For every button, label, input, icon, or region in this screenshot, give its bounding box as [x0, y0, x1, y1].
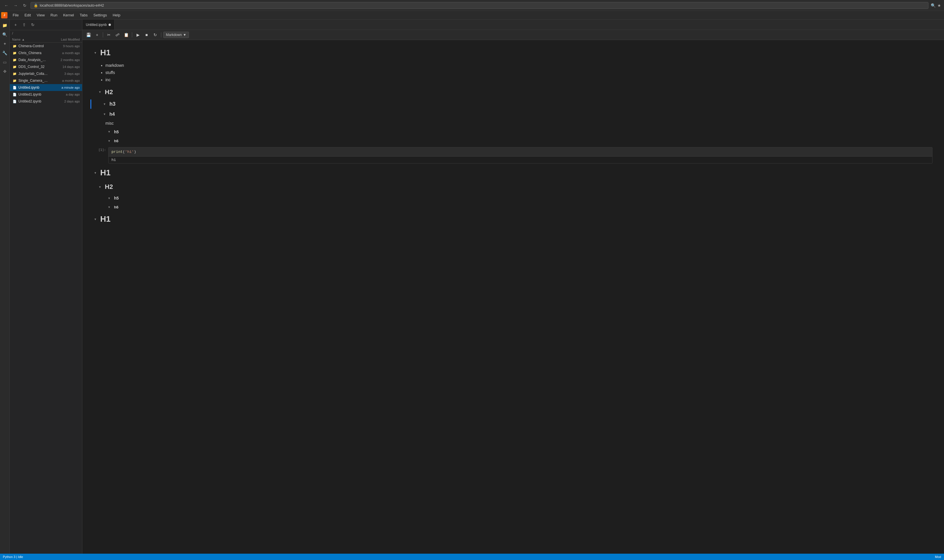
file-modified: 14 days ago	[48, 65, 80, 69]
back-button[interactable]: ←	[3, 2, 10, 9]
file-item[interactable]: 📁Chimera-Control9 hours ago	[10, 43, 82, 49]
notebook-icon: 📄	[12, 92, 17, 97]
file-item[interactable]: 📄Untitled.ipynba minute ago	[10, 84, 82, 91]
file-name: Chimera-Control	[18, 44, 48, 48]
sidebar-icon-git[interactable]: ✦	[1, 40, 9, 48]
forward-button[interactable]: →	[12, 2, 19, 9]
menu-tabs[interactable]: Tabs	[77, 12, 91, 18]
cell-container: [1]:print('hi')hi	[94, 146, 932, 165]
file-list: 📁Chimera-Control9 hours ago📁Chris_Chimer…	[10, 43, 82, 554]
url-bar[interactable]: 🔒 localhost:8888/lab/workspaces/auto-e#H…	[31, 2, 929, 9]
restart-button[interactable]: ↻	[151, 31, 159, 38]
notebook-tab[interactable]: Untitled.ipynb	[82, 20, 115, 30]
bookmark-icon[interactable]: ★	[937, 3, 941, 8]
file-item[interactable]: 📁Jupyterlab_Collapsi...3 days ago	[10, 70, 82, 77]
file-item[interactable]: 📁Single_Camera_Co...a month ago	[10, 77, 82, 84]
notebook-content[interactable]: ▼H1markdownstuffsinc▼H2▼h3▼h4misc▼h5▼h6[…	[82, 40, 944, 554]
sidebar-icon-files[interactable]: 📁	[1, 21, 9, 29]
heading-5: ▼h5	[94, 128, 932, 136]
heading-2: ▼H2	[94, 181, 932, 193]
code-plain: (	[123, 150, 125, 154]
folder-icon: 📁	[12, 64, 17, 69]
sort-icon: ▲	[22, 38, 25, 41]
tab-bar: Untitled.ipynb	[82, 20, 944, 30]
file-modified: 2 days ago	[48, 100, 80, 103]
collapse-arrow-icon[interactable]: ▼	[108, 139, 112, 143]
folder-icon: 📁	[12, 51, 17, 55]
menu-run[interactable]: Run	[48, 12, 60, 18]
code-cell-content[interactable]: print('hi')hi	[108, 147, 932, 164]
sidebar-icon-tools[interactable]: 🔧	[1, 49, 9, 57]
toolbar-sep-2	[132, 32, 132, 37]
heading-2: ▼H2	[94, 86, 932, 98]
search-icon[interactable]: 🔍	[931, 3, 936, 8]
code-input[interactable]: print('hi')	[109, 148, 932, 157]
collapse-arrow-icon[interactable]: ▼	[108, 130, 112, 133]
heading-text: H1	[100, 48, 111, 57]
file-item[interactable]: 📁Chris_Chimeraa month ago	[10, 49, 82, 57]
upload-button[interactable]: ⇧	[21, 21, 28, 28]
main-area: 📁 🔍 ✦ 🔧 ▭ ✥ + ⇧ ↻ / Name ▲ Last Modified	[0, 20, 944, 554]
refresh-files-button[interactable]: ↻	[29, 21, 36, 28]
paste-button[interactable]: 📋	[122, 31, 130, 38]
menu-kernel[interactable]: Kernel	[60, 12, 77, 18]
heading-text: h5	[114, 129, 119, 134]
collapse-arrow-icon[interactable]: ▼	[108, 197, 112, 200]
folder-icon: 📁	[12, 57, 17, 63]
copy-button[interactable]: ☍	[114, 31, 121, 38]
collapse-arrow-icon[interactable]: ▼	[94, 171, 98, 174]
file-name: Untitled1.ipynb	[18, 92, 48, 97]
run-button[interactable]: ▶	[134, 31, 142, 38]
dropdown-arrow-icon: ▼	[183, 33, 186, 37]
cell-container: ▼H1	[94, 46, 932, 60]
sidebar-icon-tabs[interactable]: ▭	[1, 58, 9, 66]
collapse-arrow-icon[interactable]: ▼	[99, 91, 103, 94]
file-item[interactable]: 📄Untitled1.ipynba day ago	[10, 91, 82, 98]
heading-3: ▼h3	[94, 99, 932, 109]
stop-button[interactable]: ■	[143, 31, 150, 38]
collapse-arrow-icon[interactable]: ▼	[99, 185, 103, 189]
list-item: stuffs	[105, 69, 932, 76]
file-item[interactable]: 📁Data_Analysis_Code2 months ago	[10, 57, 82, 63]
save-button[interactable]: 💾	[85, 31, 92, 38]
sidebar-icon-search[interactable]: 🔍	[1, 31, 9, 38]
sidebar-icon-extensions[interactable]: ✥	[1, 68, 9, 75]
list-item: inc	[105, 76, 932, 83]
menu-file[interactable]: File	[10, 12, 22, 18]
refresh-button[interactable]: ↻	[21, 2, 28, 9]
heading-text: H2	[105, 88, 113, 96]
browser-actions: 🔍 ★	[931, 3, 941, 8]
menu-help[interactable]: Help	[110, 12, 123, 18]
code-string: 'hi'	[125, 150, 134, 154]
unsaved-indicator	[109, 24, 111, 26]
cell-container: ▼h6	[94, 137, 932, 145]
menu-view[interactable]: View	[34, 12, 48, 18]
new-folder-button[interactable]: +	[12, 21, 19, 28]
cell-container: markdownstuffsinc	[94, 61, 932, 85]
heading-1: ▼H1	[94, 212, 932, 226]
collapse-arrow-icon[interactable]: ▼	[94, 51, 98, 54]
heading-text: h4	[109, 112, 115, 117]
file-item[interactable]: 📄Untitled2.ipynb2 days ago	[10, 98, 82, 105]
cell-container: ▼H1	[94, 212, 932, 226]
menu-edit[interactable]: Edit	[22, 12, 34, 18]
file-modified: a month ago	[48, 79, 80, 82]
list-item: markdown	[105, 62, 932, 69]
notebook-area: Untitled.ipynb 💾 + ✂ ☍ 📋 ▶ ■ ↻ Markdown	[82, 20, 944, 554]
add-cell-button[interactable]: +	[93, 31, 101, 38]
notebook-toolbar: 💾 + ✂ ☍ 📋 ▶ ■ ↻ Markdown ▼	[82, 30, 944, 40]
collapse-arrow-icon[interactable]: ▼	[94, 218, 98, 221]
collapse-arrow-icon[interactable]: ▼	[108, 206, 112, 209]
cut-button[interactable]: ✂	[105, 31, 112, 38]
collapse-arrow-icon[interactable]: ▼	[103, 103, 107, 106]
file-modified: 2 months ago	[48, 58, 80, 62]
cell-container: misc	[94, 120, 932, 127]
file-name: Single_Camera_Co...	[18, 78, 48, 83]
menu-bar: J File Edit View Run Kernel Tabs Setting…	[0, 11, 944, 20]
md-text: misc	[94, 120, 932, 127]
folder-icon: 📁	[12, 43, 17, 49]
cell-type-dropdown[interactable]: Markdown ▼	[163, 32, 189, 38]
collapse-arrow-icon[interactable]: ▼	[103, 112, 107, 116]
menu-settings[interactable]: Settings	[91, 12, 110, 18]
file-item[interactable]: 📁DDS_Control_3214 days ago	[10, 63, 82, 70]
